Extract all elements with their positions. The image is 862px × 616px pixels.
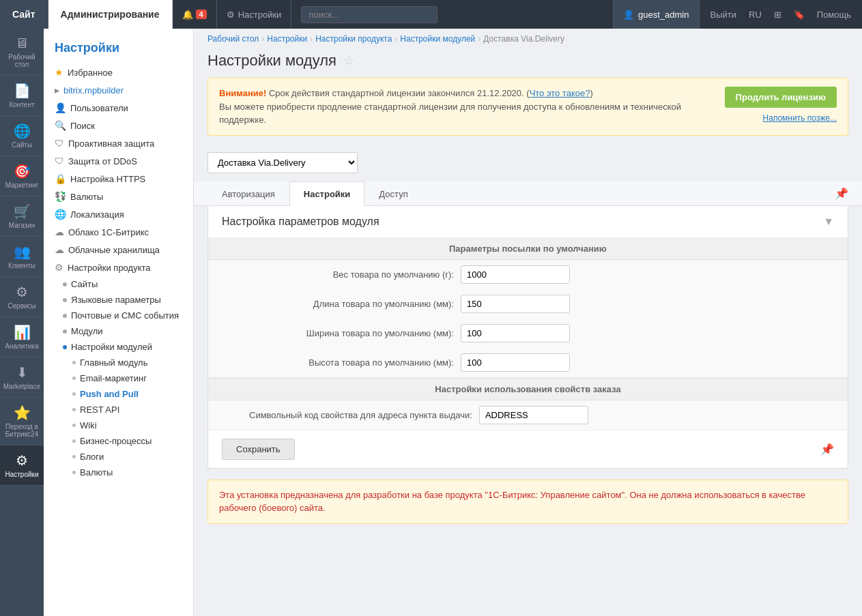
warning-link[interactable]: Что это такое? xyxy=(530,88,590,98)
nav-item-search[interactable]: 🔍 Поиск xyxy=(44,117,193,134)
product-settings-icon: ⚙ xyxy=(55,262,63,273)
favorite-star-icon[interactable]: ☆ xyxy=(343,53,354,68)
marketing-icon: 🎯 xyxy=(14,163,31,179)
nav-item-cloud-storage[interactable]: ☁ Облачные хранилища xyxy=(44,241,193,259)
extend-license-button[interactable]: Продлить лицензию xyxy=(725,87,837,108)
nav-sub2-blogs[interactable]: Блоги xyxy=(44,449,193,465)
search-input[interactable] xyxy=(301,6,437,23)
nav-sub2-push-pull[interactable]: Push and Pull xyxy=(44,386,193,402)
help-button[interactable]: Помощь xyxy=(811,10,857,20)
nav-sub2-currencies[interactable]: Валюты xyxy=(44,465,193,480)
settings-panel: Настройка параметров модуля ▼ Параметры … xyxy=(207,206,848,469)
nav-sub-sites[interactable]: Сайты xyxy=(44,276,193,292)
user-area[interactable]: 👤 guest_admin xyxy=(613,0,699,29)
save-pin-icon: 📌 xyxy=(820,443,834,456)
bullet-rest-api xyxy=(72,408,76,411)
save-button[interactable]: Сохранить xyxy=(222,439,295,460)
nav-sub2-rest-api[interactable]: REST API xyxy=(44,402,193,417)
bullet-lang xyxy=(63,298,67,302)
bullet-email-marketing xyxy=(72,377,76,380)
settings-gear-icon: ⚙ xyxy=(16,452,28,469)
bullet-main-module xyxy=(72,361,76,364)
address-input[interactable] xyxy=(479,406,588,424)
tab-auth[interactable]: Авторизация xyxy=(207,181,289,206)
section-header[interactable]: Настройка параметров модуля ▼ xyxy=(208,206,848,238)
bullet-push-pull xyxy=(72,392,76,396)
top-actions: Выйти RU ⊞ 🔖 Помощь xyxy=(700,10,863,20)
nav-item-localization[interactable]: 🌐 Локализация xyxy=(44,205,193,223)
length-input[interactable] xyxy=(461,295,570,313)
nav-sub-mail[interactable]: Почтовые и СМС события xyxy=(44,308,193,323)
sidebar-item-bitrix24[interactable]: ⭐ Переход в Битрикс24 xyxy=(0,398,44,445)
bullet-bizproc xyxy=(72,439,76,443)
warning-text: Внимание! Срок действия стандартной лице… xyxy=(219,87,714,127)
nav-item-favorites[interactable]: ★ Избранное xyxy=(44,63,193,81)
bitrix24-icon: ⭐ xyxy=(14,405,31,421)
sidebar-item-analytics[interactable]: 📊 Аналитика xyxy=(0,317,44,357)
bullet-mail xyxy=(63,314,67,318)
desktop-icon: 🖥 xyxy=(15,35,29,51)
nav-sub2-bizproc[interactable]: Бизнес-процессы xyxy=(44,433,193,449)
sidebar-item-services[interactable]: ⚙ Сервисы xyxy=(0,277,44,317)
sidebar-item-clients[interactable]: 👥 Клиенты xyxy=(0,237,44,277)
globe-icon: 🌐 xyxy=(55,209,66,220)
sidebar-item-content[interactable]: 📄 Контент xyxy=(0,76,44,116)
clients-icon: 👥 xyxy=(14,244,31,260)
height-input[interactable] xyxy=(461,353,570,372)
sidebar-item-settings[interactable]: ⚙ Настройки xyxy=(0,445,44,486)
tab-settings[interactable]: Настройки xyxy=(289,181,365,206)
nav-sub-modules[interactable]: Модули xyxy=(44,323,193,339)
sidebar-item-desktop[interactable]: 🖥 Рабочий стол xyxy=(0,29,44,76)
breadcrumb-settings[interactable]: Настройки xyxy=(267,34,307,44)
nav-item-currencies[interactable]: 💱 Валюты xyxy=(44,188,193,205)
warning-title: Внимание! xyxy=(219,88,266,98)
nav-item-cloud1c[interactable]: ☁ Облако 1С-Битрикс xyxy=(44,223,193,241)
module-select[interactable]: Доставка Via.Delivery xyxy=(207,152,358,173)
lang-button[interactable]: RU xyxy=(743,10,767,20)
bullet-modules xyxy=(63,329,67,334)
nav-item-proactive[interactable]: 🛡 Проактивная защита xyxy=(44,134,193,152)
module-select-row: Доставка Via.Delivery xyxy=(194,147,862,181)
currency-icon: 💱 xyxy=(55,191,66,202)
breadcrumb-product-settings[interactable]: Настройки продукта xyxy=(315,34,392,44)
page-title-row: Настройки модуля ☆ xyxy=(194,49,862,78)
sidebar-item-marketing[interactable]: 🎯 Маркетинг xyxy=(0,156,44,196)
icon-sidebar: 🖥 Рабочий стол 📄 Контент 🌐 Сайты 🎯 Марке… xyxy=(0,29,44,616)
breadcrumb-desktop[interactable]: Рабочий стол xyxy=(207,34,259,44)
bookmark-icon[interactable]: 🔖 xyxy=(788,10,810,20)
nav-sub2-main-module[interactable]: Главный модуль xyxy=(44,355,193,370)
nav-sub-lang[interactable]: Языковые параметры xyxy=(44,292,193,308)
weight-input[interactable] xyxy=(461,265,570,284)
width-input[interactable] xyxy=(461,324,570,342)
nav-item-mpbuilder[interactable]: ▸ bitrix.mpbuilder xyxy=(44,81,193,99)
tab-pin-icon[interactable]: 📌 xyxy=(835,187,848,200)
params-group: Параметры посылки по умолчанию Вес товар… xyxy=(208,238,848,378)
nav-item-users[interactable]: 👤 Пользователи xyxy=(44,99,193,117)
sidebar-item-shop[interactable]: 🛒 Магазин xyxy=(0,196,44,237)
breadcrumb-module-settings[interactable]: Настройки модулей xyxy=(400,34,475,44)
nav-sub-module-settings[interactable]: Настройки модулей xyxy=(44,339,193,355)
search-icon: 🔍 xyxy=(55,120,66,131)
users-icon: 👤 xyxy=(55,102,66,113)
bullet-module-settings xyxy=(63,345,67,349)
layout-icon[interactable]: ⊞ xyxy=(768,10,787,20)
nav-sub2-email-marketing[interactable]: Email-маркетинг xyxy=(44,370,193,386)
site-button[interactable]: Сайт xyxy=(0,0,48,29)
tab-access[interactable]: Доступ xyxy=(364,181,422,206)
nav-sub2-wiki[interactable]: Wiki xyxy=(44,417,193,433)
bullet-currencies xyxy=(72,471,76,474)
nav-item-product-settings[interactable]: ⚙ Настройки продукта xyxy=(44,259,193,276)
license-warning: Внимание! Срок действия стандартной лице… xyxy=(207,78,848,136)
admin-button[interactable]: Администрирование xyxy=(48,0,173,29)
sidebar-item-sites[interactable]: 🌐 Сайты xyxy=(0,116,44,156)
sidebar-item-marketplace[interactable]: ⬇ Marketplace xyxy=(0,357,44,398)
nav-sidebar: Настройки ★ Избранное ▸ bitrix.mpbuilder… xyxy=(44,29,194,616)
notifications-area[interactable]: 🔔 4 xyxy=(173,0,217,29)
analytics-icon: 📊 xyxy=(14,324,31,340)
shop-icon: 🛒 xyxy=(14,203,31,220)
nav-item-ddos[interactable]: 🛡 Защита от DDоS xyxy=(44,152,193,170)
logout-button[interactable]: Выйти xyxy=(705,10,743,20)
nav-item-https[interactable]: 🔒 Настройка HTTPS xyxy=(44,170,193,188)
settings-link[interactable]: ⚙ Настройки xyxy=(217,0,292,29)
remind-later-button[interactable]: Напомнить позже... xyxy=(763,113,837,123)
